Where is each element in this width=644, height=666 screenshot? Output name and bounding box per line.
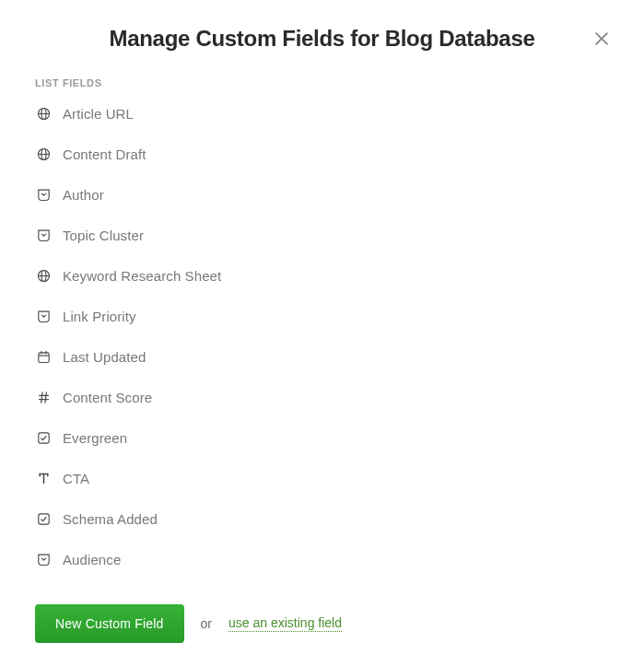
modal-title: Manage Custom Fields for Blog Database (109, 26, 534, 52)
dropdown-icon (35, 186, 52, 203)
field-row[interactable]: Link Priority (35, 308, 609, 324)
globe-icon (35, 146, 52, 162)
field-label: Link Priority (63, 309, 136, 324)
field-row[interactable]: Evergreen (35, 429, 609, 446)
field-row[interactable]: Topic Cluster (35, 227, 609, 243)
dropdown-icon (35, 308, 52, 324)
close-icon (591, 29, 612, 49)
field-row[interactable]: Last Updated (35, 348, 609, 365)
new-custom-field-button[interactable]: New Custom Field (35, 604, 184, 643)
field-row[interactable]: Keyword Research Sheet (35, 267, 609, 284)
field-row[interactable]: Schema Added (35, 510, 609, 527)
field-list: Article URLContent DraftAuthorTopic Clus… (35, 105, 609, 567)
modal-header: Manage Custom Fields for Blog Database (35, 26, 609, 52)
field-label: Topic Cluster (63, 228, 144, 243)
field-label: Keyword Research Sheet (63, 268, 221, 284)
field-label: Schema Added (63, 511, 158, 527)
field-label: Content Score (63, 390, 152, 405)
use-existing-field-link[interactable]: use an existing field (228, 615, 342, 632)
calendar-icon (35, 348, 52, 365)
field-label: CTA (63, 471, 89, 486)
globe-icon (35, 267, 52, 284)
field-row[interactable]: CTA (35, 470, 609, 486)
or-text: or (201, 616, 212, 631)
modal-footer: New Custom Field or use an existing fiel… (35, 604, 609, 643)
field-row[interactable]: Author (35, 186, 609, 203)
hash-icon (35, 389, 52, 405)
checkbox-icon (35, 429, 52, 446)
field-row[interactable]: Content Draft (35, 146, 609, 162)
manage-custom-fields-modal: Manage Custom Fields for Blog Database L… (0, 0, 644, 643)
field-label: Author (63, 187, 104, 203)
dropdown-icon (35, 227, 52, 243)
field-label: Audience (63, 552, 121, 567)
field-label: Content Draft (63, 146, 146, 162)
field-row[interactable]: Article URL (35, 105, 609, 122)
checkbox-icon (35, 510, 52, 527)
field-row[interactable]: Content Score (35, 389, 609, 405)
text-icon (35, 470, 52, 486)
section-label: LIST FIELDS (35, 77, 609, 88)
field-label: Evergreen (63, 430, 127, 446)
field-label: Article URL (63, 106, 134, 122)
dropdown-icon (35, 551, 52, 567)
globe-icon (35, 105, 52, 122)
field-row[interactable]: Audience (35, 551, 609, 567)
field-label: Last Updated (63, 349, 146, 365)
close-button[interactable] (589, 26, 615, 52)
